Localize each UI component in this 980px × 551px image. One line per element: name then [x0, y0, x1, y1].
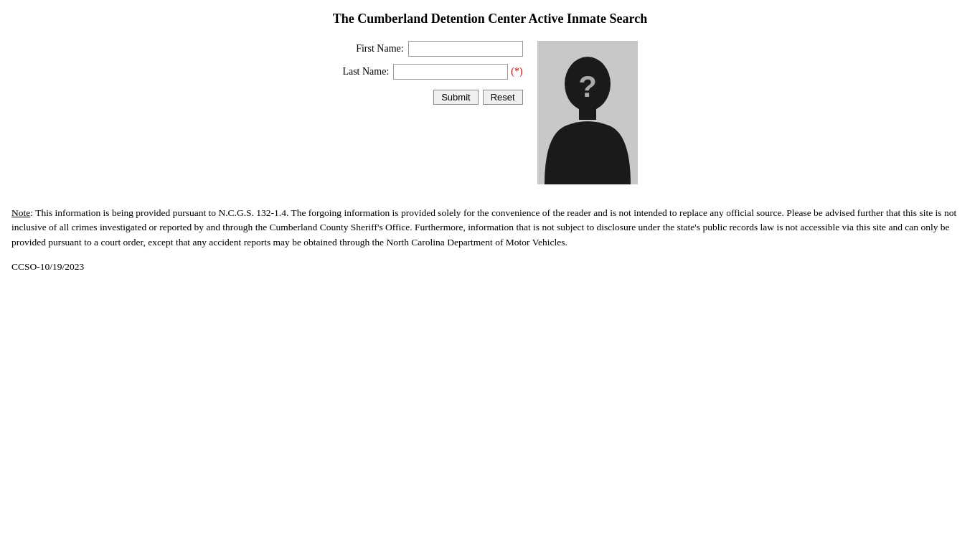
form-fields: First Name: Last Name: (*) Submit Reset — [342, 41, 522, 105]
first-name-row: First Name: — [356, 41, 523, 57]
svg-rect-2 — [579, 107, 596, 120]
page-title: The Cumberland Detention Center Active I… — [6, 11, 974, 27]
note-label: Note — [11, 207, 30, 218]
timestamp: CCSO-10/19/2023 — [11, 261, 969, 273]
first-name-label: First Name: — [356, 43, 404, 55]
form-area: First Name: Last Name: (*) Submit Reset … — [6, 41, 974, 184]
submit-button[interactable]: Submit — [433, 90, 478, 105]
note-text: : This information is being provided pur… — [11, 207, 956, 248]
first-name-input[interactable] — [408, 41, 523, 57]
last-name-input[interactable] — [393, 64, 508, 80]
button-row: Submit Reset — [433, 90, 522, 105]
svg-text:?: ? — [578, 70, 597, 103]
last-name-label: Last Name: — [342, 66, 389, 77]
required-marker: (*) — [511, 66, 522, 77]
reset-button[interactable]: Reset — [483, 90, 523, 105]
last-name-row: Last Name: (*) — [342, 64, 522, 80]
note-section: Note: This information is being provided… — [11, 206, 969, 250]
silhouette-image: ? — [537, 41, 638, 184]
